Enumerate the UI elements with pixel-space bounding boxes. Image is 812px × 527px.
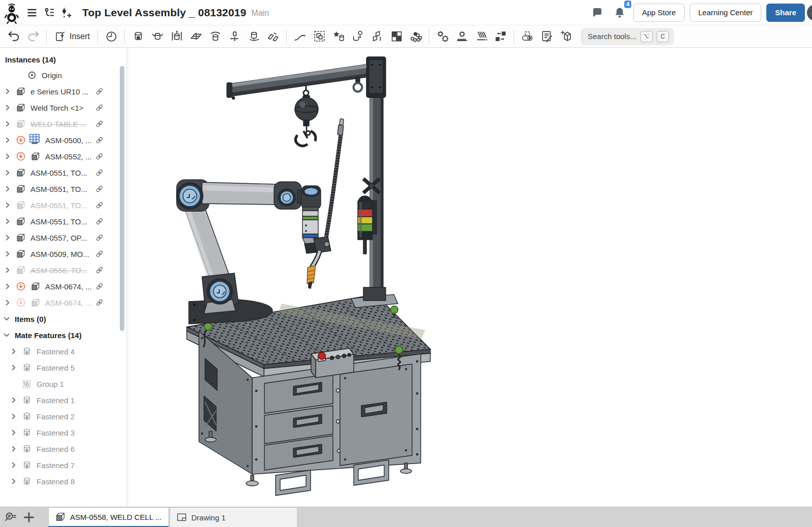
instance-row[interactable]: ASM-0551, TO... <box>0 213 126 229</box>
onshape-logo[interactable] <box>0 1 23 25</box>
gear-relation-icon[interactable] <box>434 28 451 45</box>
instance-row[interactable]: WELD TABLE ... <box>0 116 126 132</box>
link-icon[interactable] <box>95 201 104 210</box>
chevron-right-icon[interactable] <box>4 267 11 274</box>
versions-history-icon[interactable] <box>41 4 58 21</box>
insert-item-icon[interactable] <box>557 28 574 45</box>
chevron-right-icon[interactable] <box>10 348 17 355</box>
instance-row[interactable]: ASM-0552, ... <box>0 148 126 164</box>
chevron-right-icon[interactable] <box>10 364 17 371</box>
instance-row[interactable]: e Series UR10 ... <box>0 83 126 100</box>
instance-row[interactable]: ASM-0551, TO... <box>0 164 126 181</box>
instance-row[interactable]: ASM-0551, TO... <box>0 197 126 213</box>
belt-relation-icon[interactable] <box>492 28 509 45</box>
chevron-down-icon[interactable] <box>3 332 10 339</box>
undo-icon[interactable] <box>5 28 22 45</box>
link-icon[interactable] <box>95 298 104 307</box>
chevron-right-icon[interactable] <box>4 202 11 209</box>
group-icon[interactable] <box>311 28 328 45</box>
tangent-mate-icon[interactable] <box>291 28 309 45</box>
snap-mode-icon[interactable] <box>349 28 366 45</box>
named-position-icon[interactable] <box>103 28 120 45</box>
comments-icon[interactable] <box>589 4 606 21</box>
create-version-icon[interactable] <box>58 4 75 21</box>
add-tab-icon[interactable] <box>22 511 36 524</box>
chevron-right-icon[interactable] <box>4 218 11 225</box>
instance-row[interactable]: ASM-0557, OP... <box>0 229 126 246</box>
replicate-icon[interactable] <box>407 28 424 45</box>
chevron-right-icon[interactable] <box>10 478 17 485</box>
search-tabs-icon[interactable] <box>4 511 17 524</box>
planar-mate-icon[interactable] <box>187 28 205 45</box>
instance-row[interactable]: ASM-0509, MO... <box>0 246 126 262</box>
mate-feature-row[interactable]: Fastened 4 <box>0 343 126 359</box>
tab-drawing[interactable]: Drawing 1 <box>170 507 297 527</box>
link-icon[interactable] <box>95 233 104 242</box>
interference-check-icon[interactable] <box>519 28 536 45</box>
linear-pattern-icon[interactable] <box>388 28 405 45</box>
mate-feature-row[interactable]: Fastened 2 <box>0 408 126 424</box>
chevron-right-icon[interactable] <box>4 250 11 257</box>
hide-mates-icon[interactable] <box>538 28 555 45</box>
chevron-right-icon[interactable] <box>4 169 11 176</box>
slider-mate-icon[interactable] <box>168 28 185 45</box>
chevron-right-icon[interactable] <box>10 413 17 420</box>
pin-slot-mate-icon[interactable] <box>226 28 243 45</box>
mate-feature-row[interactable]: Fastened 6 <box>0 441 126 457</box>
hamburger-menu-icon[interactable] <box>23 4 41 21</box>
chevron-right-icon[interactable] <box>4 137 11 144</box>
revolute-mate-icon[interactable] <box>149 28 166 45</box>
app-store-button[interactable]: App Store <box>633 4 685 22</box>
chevron-right-icon[interactable] <box>4 299 11 306</box>
chevron-down-icon[interactable] <box>3 315 10 322</box>
mate-features-section-header[interactable]: Mate Features (14) <box>0 327 126 343</box>
instance-row[interactable]: ASM-0556, TO... <box>0 262 126 278</box>
origin-row[interactable]: Origin <box>0 67 126 83</box>
mate-feature-row[interactable]: Fastened 5 <box>0 359 126 376</box>
tab-assembly[interactable]: ASM-0558, WELD CELL ... <box>48 507 169 527</box>
learning-center-button[interactable]: Learning Center <box>690 4 762 22</box>
insert-button[interactable]: Insert <box>50 28 94 45</box>
workspace-name[interactable]: Main <box>251 9 269 18</box>
ball-mate-icon[interactable] <box>207 28 224 45</box>
parallel-mate-icon[interactable] <box>264 28 282 45</box>
mate-feature-row[interactable]: Fastened 3 <box>0 424 126 441</box>
search-tools-input[interactable]: Search tools... C <box>581 28 674 45</box>
link-icon[interactable] <box>95 184 104 193</box>
link-icon[interactable] <box>95 152 104 161</box>
chevron-right-icon[interactable] <box>10 445 17 452</box>
chevron-right-icon[interactable] <box>10 397 17 404</box>
link-icon[interactable] <box>95 119 104 128</box>
chevron-right-icon[interactable] <box>4 88 11 95</box>
instance-row[interactable]: ASM-0674, ... <box>0 294 126 311</box>
mate-feature-row[interactable]: Fastened 7 <box>0 457 126 473</box>
link-icon[interactable] <box>95 282 104 291</box>
link-icon[interactable] <box>95 168 104 177</box>
link-icon[interactable] <box>95 266 104 275</box>
chevron-right-icon[interactable] <box>4 120 11 127</box>
link-icon[interactable] <box>95 136 104 145</box>
chevron-right-icon[interactable] <box>4 234 11 241</box>
link-icon[interactable] <box>95 249 104 258</box>
chevron-right-icon[interactable] <box>4 153 11 160</box>
link-icon[interactable] <box>95 87 104 96</box>
notifications-icon[interactable]: 4 <box>611 4 628 21</box>
mate-feature-row[interactable]: Fastened 1 <box>0 392 126 408</box>
instance-row[interactable]: ASM-0674, ... <box>0 278 126 294</box>
move-part-icon[interactable] <box>368 28 386 45</box>
instance-row[interactable]: ASM-0500, ... <box>0 132 126 148</box>
link-icon[interactable] <box>95 217 104 226</box>
rack-pinion-relation-icon[interactable] <box>453 28 470 45</box>
chevron-right-icon[interactable] <box>10 429 17 436</box>
screw-relation-icon[interactable] <box>472 28 490 45</box>
chevron-right-icon[interactable] <box>4 185 11 192</box>
link-icon[interactable] <box>95 103 104 112</box>
mate-feature-row[interactable]: Group 1 <box>0 376 126 392</box>
mate-connector-icon[interactable] <box>330 28 347 45</box>
cylindrical-mate-icon[interactable] <box>245 28 262 45</box>
sidebar-scrollbar[interactable] <box>120 66 124 331</box>
instance-row[interactable]: Weld Torch <1> <box>0 100 126 116</box>
instance-row[interactable]: ASM-0551, TO... <box>0 181 126 197</box>
chevron-right-icon[interactable] <box>4 104 11 111</box>
chevron-right-icon[interactable] <box>10 462 17 469</box>
